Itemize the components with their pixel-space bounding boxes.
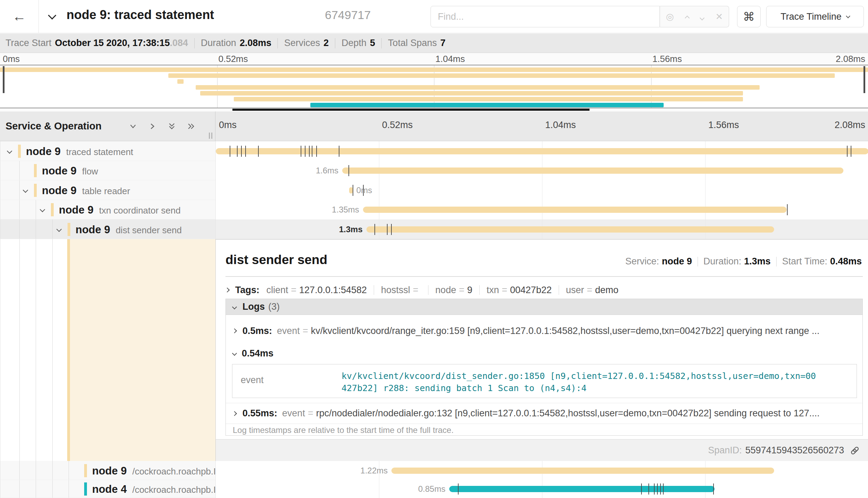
- timeline-minimap[interactable]: 0ms0.52ms1.04ms1.56ms2.08ms: [0, 53, 868, 111]
- minimap-canvas[interactable]: [0, 65, 868, 108]
- locate-icon[interactable]: ◎: [666, 12, 674, 21]
- span-row-name[interactable]: node 9traced statement: [0, 141, 215, 161]
- back-button[interactable]: ←: [0, 0, 39, 33]
- summary-label: Depth: [342, 38, 366, 48]
- expand-all-icon[interactable]: [187, 122, 196, 131]
- indent-guide: [19, 480, 20, 498]
- minimap-tick-label: 2.08ms: [836, 54, 865, 64]
- span-operation: flow: [82, 166, 98, 177]
- chevron-down-icon: [232, 351, 237, 356]
- span-row-timeline[interactable]: 1.3ms: [215, 219, 868, 239]
- collapse-one-icon[interactable]: [129, 122, 138, 131]
- tag-item: client=127.0.0.1:54582: [266, 285, 367, 296]
- span-row-name[interactable]: node 9dist sender send: [0, 219, 215, 239]
- log-entry-3[interactable]: 0.55ms: event = rpc/nodedialer/nodediale…: [226, 403, 862, 424]
- log-marker: [316, 146, 317, 157]
- find-group: ◎ ✕: [431, 6, 729, 27]
- summary-label: Total Spans: [388, 38, 437, 48]
- span-detail-title: dist sender send: [225, 253, 327, 267]
- chevron-down-icon: [846, 14, 850, 18]
- minimap-left-handle[interactable]: [3, 66, 5, 93]
- link-icon[interactable]: [850, 445, 860, 456]
- span-row-name[interactable]: node 9flow: [0, 161, 215, 180]
- separator: [381, 38, 382, 48]
- log-marker: [237, 146, 238, 157]
- span-bar[interactable]: [449, 486, 715, 492]
- log-marker: [305, 146, 305, 157]
- column-resize-grip[interactable]: [209, 133, 212, 139]
- trace-id: 6749717: [325, 8, 371, 22]
- log-marker: [387, 224, 388, 235]
- span-row-timeline[interactable]: 0.85ms: [215, 480, 868, 498]
- span-row-timeline[interactable]: 0ms: [215, 180, 868, 200]
- span-row-timeline[interactable]: [215, 141, 868, 161]
- divider: [225, 276, 863, 277]
- find-input[interactable]: [431, 6, 660, 27]
- separator: [374, 285, 374, 295]
- minimap-tick-label: 1.04ms: [435, 54, 465, 64]
- trace-collapse-chevron-icon[interactable]: [49, 12, 55, 20]
- timeline-gridline: [705, 180, 706, 200]
- span-duration-label: 1.35ms: [332, 205, 359, 215]
- span-bar[interactable]: [342, 167, 843, 174]
- span-expand-chevron-icon[interactable]: [8, 148, 11, 154]
- log-time: 0.5ms:: [242, 326, 272, 336]
- span-expand-chevron-icon[interactable]: [41, 207, 44, 213]
- grid-header: Service & Operation 0ms0.52ms1.04ms1.56m…: [0, 111, 868, 141]
- top-bar: ← node 9: traced statement 6749717 ◎ ✕ ⌘…: [0, 0, 868, 33]
- indent-guide: [19, 161, 20, 180]
- minimap-right-handle[interactable]: [863, 66, 865, 93]
- log-text: kv/kvclient/kvcoord/range_iter.go:159 [n…: [311, 326, 820, 336]
- collapse-all-icon[interactable]: [167, 122, 176, 131]
- timeline-gridline: [542, 180, 542, 200]
- tag-key: node: [435, 285, 456, 296]
- tags-items: client=127.0.0.1:54582hostssl=node=9txn=…: [266, 285, 619, 296]
- summary-value: October 15 2020, 17:38:15: [55, 38, 170, 48]
- span-bar[interactable]: [391, 468, 774, 474]
- tags-row[interactable]: Tags: client=127.0.0.1:54582hostssl=node…: [225, 282, 619, 298]
- span-operation: txn coordinator send: [99, 205, 181, 216]
- minimap-tick-label: 0ms: [3, 54, 20, 64]
- span-expand-chevron-icon[interactable]: [57, 226, 61, 233]
- clear-search-icon[interactable]: ✕: [716, 12, 723, 21]
- timeline-tick-label: 0ms: [219, 120, 237, 130]
- log-marker: [363, 185, 364, 196]
- log-entry-1[interactable]: 0.5ms: event = kv/kvclient/kvcoord/range…: [226, 320, 862, 341]
- tag-key: txn: [487, 285, 499, 296]
- span-bar[interactable]: [216, 148, 868, 154]
- logs-count: (3): [268, 301, 280, 312]
- span-row-name[interactable]: node 4/cockroach.roachpb.I...: [0, 480, 215, 498]
- start-time-value: 0.48ms: [830, 256, 862, 267]
- span-expand-chevron-icon[interactable]: [24, 187, 27, 193]
- span-row-timeline[interactable]: 1.6ms: [215, 161, 868, 180]
- minimap-span-bar: [200, 91, 743, 96]
- span-name: node 9/cockroach.roachpb.I...: [92, 465, 223, 477]
- log-entry-2-header[interactable]: 0.54ms: [226, 345, 278, 362]
- next-result-icon[interactable]: [700, 12, 704, 21]
- log-entry-2-table: event kv/kvclient/kvcoord/dist_sender.go…: [232, 364, 857, 398]
- span-row-name[interactable]: node 9txn coordinator send: [0, 200, 215, 219]
- span-bar[interactable]: [363, 207, 787, 213]
- keyboard-shortcuts-button[interactable]: ⌘: [737, 6, 761, 27]
- log-time: 0.54ms: [242, 348, 274, 359]
- log-field-name: event: [241, 375, 264, 386]
- logs-header[interactable]: Logs (3): [226, 299, 862, 315]
- span-row-name[interactable]: node 9/cockroach.roachpb.I...: [0, 461, 215, 480]
- indent-guide: [69, 480, 69, 498]
- minimap-scrollbar[interactable]: [232, 109, 590, 111]
- log-marker: [353, 185, 353, 196]
- span-bar[interactable]: [366, 226, 774, 233]
- span-row-timeline[interactable]: 1.35ms: [215, 200, 868, 219]
- prev-result-icon[interactable]: [685, 12, 689, 21]
- expand-one-icon[interactable]: [148, 122, 157, 131]
- indent-guide: [19, 219, 20, 239]
- view-dropdown[interactable]: Trace Timeline: [766, 6, 864, 27]
- minimap-tick-label: 0.52ms: [219, 54, 248, 64]
- span-duration-label: 1.3ms: [339, 225, 363, 234]
- tag-value: demo: [595, 285, 619, 296]
- span-row-name[interactable]: node 9table reader: [0, 180, 215, 200]
- span-row-timeline[interactable]: 1.22ms: [215, 461, 868, 480]
- span-name: node 4/cockroach.roachpb.I...: [92, 483, 223, 496]
- tag-eq: =: [291, 285, 296, 296]
- log-marker: [660, 483, 661, 495]
